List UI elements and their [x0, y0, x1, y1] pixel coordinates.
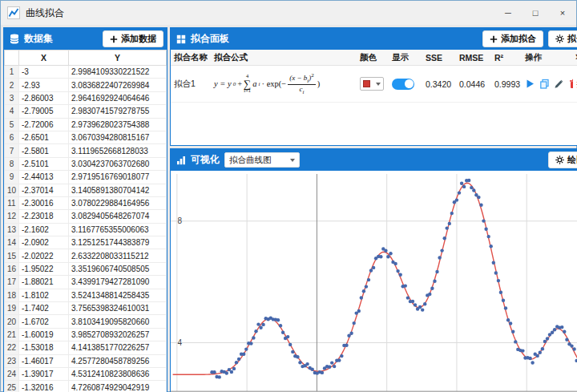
cell-x: -1.46017	[19, 354, 69, 367]
cell-x: -2.37014	[19, 184, 69, 196]
data-point	[296, 355, 299, 358]
table-row[interactable]: 11-2.300163.0780229884164956	[5, 196, 167, 209]
row-index: 1	[5, 66, 19, 79]
fit-panel-header: 拟合面板 添加拟合	[171, 28, 577, 50]
data-point	[541, 347, 544, 350]
close-button[interactable]: ×	[549, 1, 576, 25]
data-point	[528, 357, 531, 360]
color-select[interactable]	[360, 77, 384, 91]
chart-type-select[interactable]: 拟合曲线图	[224, 152, 300, 168]
data-point	[421, 308, 424, 311]
data-point	[337, 358, 341, 362]
fit-row[interactable]: 拟合1 y = y0 + 4 ∑ i=1 ai	[171, 66, 577, 103]
table-row[interactable]: 6-2.65013.0670394280815167	[5, 131, 167, 143]
run-fit-icon[interactable]	[525, 79, 535, 89]
cell-x: -1.88021	[19, 276, 69, 289]
cell-x: -2.0902	[19, 236, 69, 249]
table-row[interactable]: 13-2.16023.1167765355006063	[5, 223, 167, 236]
data-point	[484, 228, 487, 231]
data-point	[514, 340, 517, 343]
table-row[interactable]: 4-2.790052.9830741579278755	[5, 105, 167, 118]
data-point	[349, 332, 353, 335]
cell-y: 3.5241348814258435	[69, 289, 167, 301]
cell-y: 2.9830741579278755	[69, 105, 167, 118]
table-row[interactable]: 5-2.720062.9739628023754388	[5, 118, 167, 131]
data-point	[536, 354, 539, 358]
data-point	[362, 289, 365, 293]
row-index: 17	[5, 276, 19, 289]
data-point	[286, 335, 289, 338]
table-row[interactable]: 21-1.600193.9852708932026257	[5, 328, 167, 341]
row-index: 3	[5, 91, 19, 104]
data-point	[369, 269, 373, 272]
cell-x: -2.79005	[19, 105, 69, 118]
data-point	[357, 309, 361, 313]
cell-y: 4.7260874929042919	[69, 381, 167, 392]
table-row[interactable]: 3-2.860032.9641692924064646	[5, 91, 167, 104]
table-row[interactable]: 1-32.9984109330221522	[5, 66, 167, 79]
table-row[interactable]: 22-1.530184.1413851770226257	[5, 341, 167, 354]
add-fit-button[interactable]: 添加拟合	[482, 30, 543, 47]
fit-formula: y = y0 + 4 ∑ i=1 ai · exp(− (	[214, 72, 320, 95]
fit-settings-button[interactable]: 拟合设置	[548, 30, 577, 47]
copy-icon[interactable]	[539, 79, 550, 89]
cell-x: -2.30016	[19, 196, 69, 209]
data-point	[212, 370, 216, 374]
svg-text:4: 4	[177, 338, 182, 347]
data-point	[291, 350, 294, 354]
table-row[interactable]: 19-1.74023.7565398324610031	[5, 302, 167, 315]
grid-icon	[176, 34, 186, 44]
data-point	[490, 244, 493, 248]
cell-y: 2.9739628023754388	[69, 118, 167, 131]
data-point	[411, 300, 414, 303]
app-window: 曲线拟合 ─ □ × 数据集 添加数据	[0, 0, 577, 392]
data-point	[477, 196, 480, 199]
table-row[interactable]: 16-1.950223.3519606740508505	[5, 262, 167, 275]
plus-icon	[490, 35, 498, 43]
visibility-toggle[interactable]	[392, 79, 414, 90]
data-point	[305, 362, 309, 366]
dataset-panel-header: 数据集 添加数据	[4, 28, 167, 50]
row-index: 20	[5, 315, 19, 328]
dataset-panel-title: 数据集	[24, 32, 53, 46]
table-row[interactable]: 20-1.67023.8103419095820660	[5, 315, 167, 328]
data-point	[230, 370, 233, 374]
table-row[interactable]: 25-1.320164.7260874929042919	[5, 381, 167, 392]
table-row[interactable]: 18-1.81023.5241348814258435	[5, 289, 167, 301]
data-point	[560, 325, 563, 329]
data-point	[443, 236, 446, 240]
data-point	[455, 198, 458, 201]
table-row[interactable]: 14-2.09023.1251251744383879	[5, 236, 167, 249]
table-row[interactable]: 12-2.230183.0829405648267074	[5, 210, 167, 223]
minimize-button[interactable]: ─	[494, 1, 522, 25]
table-row[interactable]: 17-1.880213.4399179427281090	[5, 276, 167, 289]
row-index: 2	[5, 79, 19, 91]
table-row[interactable]: 9-2.440132.9719516769018077	[5, 171, 167, 184]
table-row[interactable]: 23-1.460174.2577280458789256	[5, 354, 167, 367]
data-point	[546, 337, 549, 340]
cell-y: 3.1119652668128033	[69, 144, 167, 157]
table-row[interactable]: 8-2.51013.0304237063702680	[5, 157, 167, 170]
table-row[interactable]: 2-2.933.0836822407269984	[5, 79, 167, 91]
add-data-button[interactable]: 添加数据	[103, 30, 163, 47]
chart-area[interactable]: 48-4-202468 @51CTO博客	[171, 171, 577, 392]
cell-x: -2.93	[19, 79, 69, 91]
data-point	[499, 291, 502, 294]
table-row[interactable]: 10-2.370143.1405891380704142	[5, 184, 167, 196]
data-point	[472, 188, 475, 192]
data-point	[340, 354, 343, 358]
maximize-button[interactable]: □	[522, 1, 549, 25]
dataset-table[interactable]: X Y 1-32.99841093302215222-2.933.0836822…	[4, 50, 167, 392]
cell-y: 2.9719516769018077	[69, 171, 167, 184]
data-point	[467, 179, 470, 182]
cell-x: -2.6501	[19, 131, 69, 143]
table-row[interactable]: 7-2.58013.1119652668128033	[5, 144, 167, 157]
plot-settings-button[interactable]: 绘图设置	[548, 152, 577, 168]
edit-pencil-icon[interactable]	[554, 79, 564, 89]
cell-x: -3	[19, 66, 69, 79]
data-point	[281, 331, 284, 334]
table-row[interactable]: 24-1.390174.5312410823808636	[5, 367, 167, 380]
cell-x: -2.86003	[19, 91, 69, 104]
table-row[interactable]: 15-2.020222.6332208033115212	[5, 249, 167, 262]
data-point	[502, 299, 505, 302]
